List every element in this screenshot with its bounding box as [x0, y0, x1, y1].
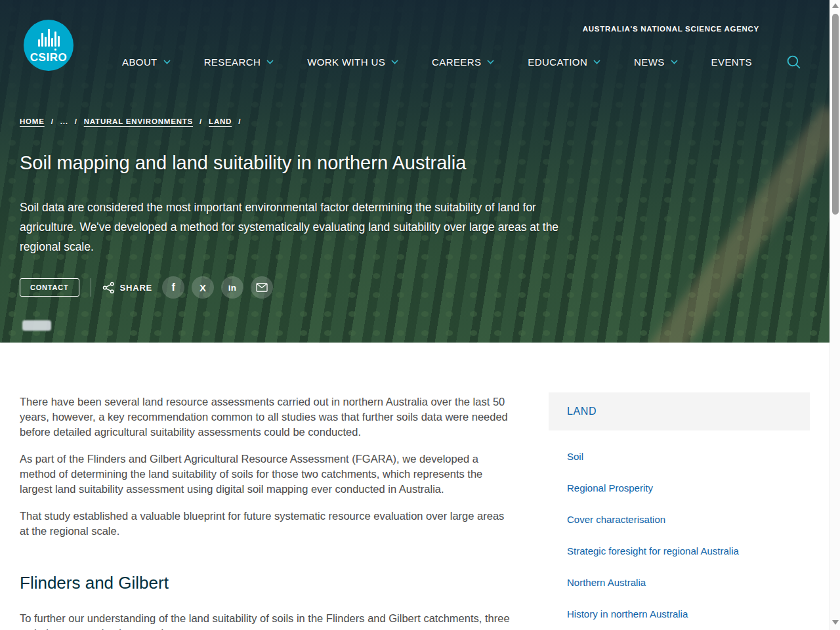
section-heading: Flinders and Gilbert	[20, 573, 518, 593]
email-share-button[interactable]	[251, 276, 273, 299]
nav-label: CAREERS	[432, 56, 481, 68]
facebook-share-button[interactable]: f	[162, 276, 184, 299]
page-intro: Soil data are considered the most import…	[20, 198, 578, 257]
scroll-up-arrow[interactable]	[832, 3, 839, 8]
article-paragraph: As part of the Flinders and Gilbert Agri…	[20, 452, 511, 497]
breadcrumb: HOME / ... / NATURAL ENVIRONMENTS / LAND…	[20, 117, 241, 125]
nav-label: ABOUT	[122, 56, 158, 68]
social-buttons: f X in	[162, 276, 273, 299]
breadcrumb-ellipsis[interactable]: ...	[60, 117, 68, 125]
main-content: There have been several land resource as…	[0, 343, 830, 630]
scroll-down-arrow[interactable]	[832, 620, 839, 625]
divider	[91, 278, 91, 297]
x-share-button[interactable]: X	[192, 276, 214, 299]
breadcrumb-separator: /	[75, 117, 77, 125]
breadcrumb-separator: /	[200, 117, 202, 125]
chevron-down-icon	[163, 60, 171, 64]
facebook-icon: f	[171, 282, 175, 293]
csiro-logo-text: CSIRO	[30, 51, 67, 64]
article-body: There have been several land resource as…	[20, 394, 518, 630]
sidebar-item-soil[interactable]: Soil	[549, 451, 810, 462]
sidebar-header-land[interactable]: LAND	[549, 392, 810, 430]
nav-label: RESEARCH	[204, 56, 261, 68]
scrollbar[interactable]	[830, 0, 840, 630]
share-icon	[102, 282, 115, 294]
page-title: Soil mapping and land suitability in nor…	[20, 152, 466, 174]
share-control[interactable]: SHARE	[102, 282, 153, 294]
csiro-logo-mark	[38, 28, 60, 47]
nav-item-work-with-us[interactable]: WORK WITH US	[307, 56, 398, 68]
breadcrumb-land[interactable]: LAND	[209, 117, 232, 125]
chevron-down-icon	[487, 60, 494, 64]
chevron-down-icon	[593, 60, 600, 64]
nav-label: WORK WITH US	[307, 56, 385, 68]
share-label: SHARE	[120, 283, 153, 293]
top-navigation: ABOUT RESEARCH WORK WITH US CAREERS EDUC…	[122, 54, 802, 70]
nav-label: EDUCATION	[528, 56, 587, 68]
sidebar-item-strategic-foresight[interactable]: Strategic foresight for regional Austral…	[549, 545, 810, 556]
chevron-down-icon	[391, 60, 398, 64]
nav-item-about[interactable]: ABOUT	[122, 56, 171, 68]
chevron-down-icon	[266, 60, 274, 64]
sidebar-item-cover-characterisation[interactable]: Cover characterisation	[549, 514, 810, 525]
agency-tagline: AUSTRALIA'S NATIONAL SCIENCE AGENCY	[583, 25, 759, 33]
vehicle-in-photo	[22, 320, 51, 331]
envelope-icon	[256, 283, 268, 292]
sidebar-navigation: LAND Soil Regional Prosperity Cover char…	[549, 392, 810, 630]
x-twitter-icon: X	[200, 282, 206, 293]
sidebar-item-history-northern-australia[interactable]: History in northern Australia	[549, 608, 810, 620]
breadcrumb-separator: /	[238, 117, 241, 125]
action-row: CONTACT SHARE f X in	[20, 276, 273, 299]
scrollbar-thumb[interactable]	[832, 14, 839, 215]
nav-item-research[interactable]: RESEARCH	[204, 56, 274, 68]
contact-button[interactable]: CONTACT	[20, 278, 79, 297]
nav-item-careers[interactable]: CAREERS	[432, 56, 494, 68]
breadcrumb-separator: /	[51, 117, 54, 125]
search-button[interactable]	[786, 54, 802, 70]
article-paragraph: To further our understanding of the land…	[20, 611, 511, 630]
nav-item-education[interactable]: EDUCATION	[528, 56, 600, 68]
nav-item-news[interactable]: NEWS	[634, 56, 678, 68]
sidebar-item-regional-prosperity[interactable]: Regional Prosperity	[549, 482, 810, 494]
csiro-logo[interactable]: CSIRO	[24, 20, 74, 71]
nav-label: NEWS	[634, 56, 665, 68]
hero-banner: CSIRO AUSTRALIA'S NATIONAL SCIENCE AGENC…	[0, 0, 830, 343]
sidebar-item-northern-australia[interactable]: Northern Australia	[549, 577, 810, 588]
linkedin-icon: in	[228, 283, 237, 293]
chevron-down-icon	[671, 60, 678, 64]
nav-label: EVENTS	[711, 56, 752, 68]
breadcrumb-home[interactable]: HOME	[20, 117, 45, 125]
linkedin-share-button[interactable]: in	[221, 276, 243, 299]
breadcrumb-natural-environments[interactable]: NATURAL ENVIRONMENTS	[84, 117, 193, 125]
orchard-road-texture	[608, 104, 830, 343]
search-icon	[786, 54, 802, 70]
nav-item-events[interactable]: EVENTS	[711, 56, 752, 68]
article-paragraph: There have been several land resource as…	[20, 394, 511, 440]
article-paragraph: That study established a valuable bluepr…	[20, 509, 511, 539]
